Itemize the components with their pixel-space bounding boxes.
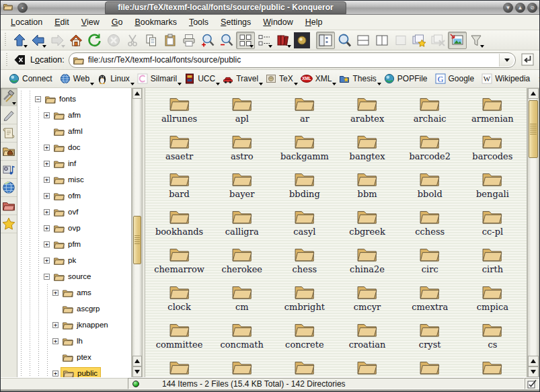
folder-item-cc-pl[interactable]: cc-pl <box>461 204 524 241</box>
tree-item-doc[interactable]: + doc <box>17 139 131 155</box>
tree-item-ofm[interactable]: + ofm <box>17 188 131 204</box>
forward-button-dropdown[interactable] <box>61 45 65 48</box>
tree-expander-plus[interactable]: + <box>44 258 50 264</box>
folder-item-ar[interactable]: ar <box>273 91 336 128</box>
up-button-dropdown[interactable] <box>24 45 28 48</box>
folder-item-astro[interactable]: astro <box>210 128 273 166</box>
folder-item-circ[interactable]: circ <box>399 241 461 279</box>
bookmark-web[interactable]: Web <box>57 72 94 85</box>
gear-view-button[interactable] <box>293 32 311 49</box>
zoom-in-button[interactable] <box>198 32 217 49</box>
icon-view-button[interactable] <box>236 32 255 49</box>
image-preview-button[interactable] <box>448 32 467 49</box>
folder-item-chess[interactable]: chess <box>273 241 336 279</box>
bookmark-google[interactable]: GGoogle <box>432 72 479 85</box>
folder-item-cmpica[interactable]: cmpica <box>461 279 524 317</box>
split-vertical-button[interactable] <box>373 32 391 49</box>
list-view-button-dropdown[interactable] <box>268 45 272 48</box>
tree-expander-plus[interactable]: + <box>44 177 50 183</box>
filter-button[interactable] <box>467 32 486 49</box>
folder-item-committee[interactable]: committee <box>148 317 210 354</box>
folder-item-bbm[interactable]: bbm <box>336 166 398 204</box>
view-scrollbar[interactable] <box>527 88 539 377</box>
folder-item-partial[interactable] <box>399 354 461 377</box>
tree-scrollbar[interactable] <box>132 88 143 377</box>
sidebar-root-folder-tab[interactable] <box>1 197 17 215</box>
tree-expander-plus[interactable]: + <box>52 322 59 328</box>
folder-item-chemarrow[interactable]: chemarrow <box>148 241 210 279</box>
view-scroll-up2-button[interactable] <box>528 356 539 366</box>
sidebar-config-tab[interactable] <box>1 88 17 106</box>
tree-scroll-thumb[interactable] <box>133 216 141 264</box>
sidebar-home-folder-tab[interactable] <box>1 143 17 161</box>
maximize-button[interactable]: ▲ <box>515 3 525 13</box>
folder-item-cirth[interactable]: cirth <box>461 241 524 279</box>
toolbar-grip[interactable] <box>3 33 9 47</box>
folder-item-armenian[interactable]: armenian <box>461 91 524 128</box>
bookmark-wikipedia[interactable]: WWikipedia <box>479 72 535 85</box>
copy-button[interactable] <box>142 32 161 49</box>
zoom-out-button[interactable] <box>217 32 236 49</box>
tree-item-pfm[interactable]: + pfm <box>17 236 131 252</box>
menu-go[interactable]: Go <box>106 16 129 28</box>
tree-item-ovp[interactable]: + ovp <box>17 220 131 236</box>
menu-help[interactable]: Help <box>299 16 329 28</box>
tree-item-jknappen[interactable]: + jknappen <box>17 317 131 333</box>
tree-expander-plus[interactable]: + <box>44 145 50 151</box>
menu-edit[interactable]: Edit <box>48 16 75 28</box>
split-horizontal-button[interactable] <box>354 32 373 49</box>
folder-item-cm[interactable]: cm <box>210 279 273 317</box>
menu-window[interactable]: Window <box>257 16 299 28</box>
folder-item-barcode2[interactable]: barcode2 <box>399 128 461 166</box>
folder-item-bayer[interactable]: bayer <box>210 166 273 204</box>
bookmark-connect[interactable]: Connect <box>6 72 57 85</box>
remove-view-button[interactable] <box>391 32 410 49</box>
folder-item-allrunes[interactable]: allrunes <box>148 91 210 128</box>
folder-item-bookhands[interactable]: bookhands <box>148 204 210 241</box>
location-dropdown-button[interactable] <box>499 54 514 67</box>
folder-item-croatian[interactable]: croatian <box>336 317 398 354</box>
sidebar-history-tab[interactable] <box>1 124 17 143</box>
up-button[interactable] <box>10 32 29 49</box>
folder-item-china2e[interactable]: china2e <box>336 241 398 279</box>
folder-item-concmath[interactable]: concmath <box>210 317 273 354</box>
folder-item-partial[interactable] <box>461 354 524 377</box>
tree-item-ovf[interactable]: + ovf <box>17 204 131 220</box>
location-toolbar-grip[interactable] <box>5 53 10 67</box>
folder-item-bbold[interactable]: bbold <box>399 166 461 204</box>
folder-item-cherokee[interactable]: cherokee <box>210 241 273 279</box>
tree-item-public[interactable]: + public <box>17 365 131 377</box>
tree-expander-minus[interactable]: − <box>35 96 41 102</box>
close-view-button[interactable] <box>429 32 448 49</box>
folder-item-calligra[interactable]: calligra <box>210 204 273 241</box>
tree-item-inf[interactable]: + inf <box>17 155 131 171</box>
minimize-button[interactable]: ▼ <box>503 3 513 13</box>
folder-item-cmcyr[interactable]: cmcyr <box>336 279 398 317</box>
tree-expander-plus[interactable]: + <box>52 370 59 377</box>
bookmark-overflow-chevron[interactable]: » <box>535 73 540 84</box>
folder-item-bbding[interactable]: bbding <box>273 166 336 204</box>
folder-item-cmbright[interactable]: cmbright <box>273 279 336 317</box>
tree-item-pk[interactable]: + pk <box>17 252 131 268</box>
folder-item-arabtex[interactable]: arabtex <box>336 91 398 128</box>
sidebar-bookmarks-tab[interactable] <box>1 215 17 233</box>
tree-item-source[interactable]: − source <box>17 268 131 284</box>
tree-expander-plus[interactable]: + <box>44 161 50 167</box>
tree-item-lh[interactable]: + lh <box>17 333 131 349</box>
menu-settings[interactable]: Settings <box>215 16 257 28</box>
menu-bookmarks[interactable]: Bookmarks <box>128 16 183 28</box>
tree-item-afm[interactable]: + afm <box>17 107 131 123</box>
folder-item-backgamm[interactable]: backgamm <box>273 128 336 166</box>
clear-location-icon[interactable] <box>13 54 26 66</box>
tree-expander-plus[interactable]: + <box>44 225 50 231</box>
bookmark-travel[interactable]: Travel <box>220 72 263 85</box>
bookmark-tex[interactable]: TeX <box>263 72 298 85</box>
sidebar-history-pen-tab[interactable] <box>1 106 17 124</box>
folder-item-barcodes[interactable]: barcodes <box>461 128 524 166</box>
folder-item-partial[interactable] <box>148 354 210 377</box>
bookmark-silmaril[interactable]: Silmaril <box>134 72 182 85</box>
folder-item-cs[interactable]: cs <box>461 317 524 354</box>
filter-button-dropdown[interactable] <box>480 45 484 48</box>
bookmark-linux[interactable]: Linux <box>94 72 134 85</box>
bookshelf-view-button-dropdown[interactable] <box>287 45 291 48</box>
